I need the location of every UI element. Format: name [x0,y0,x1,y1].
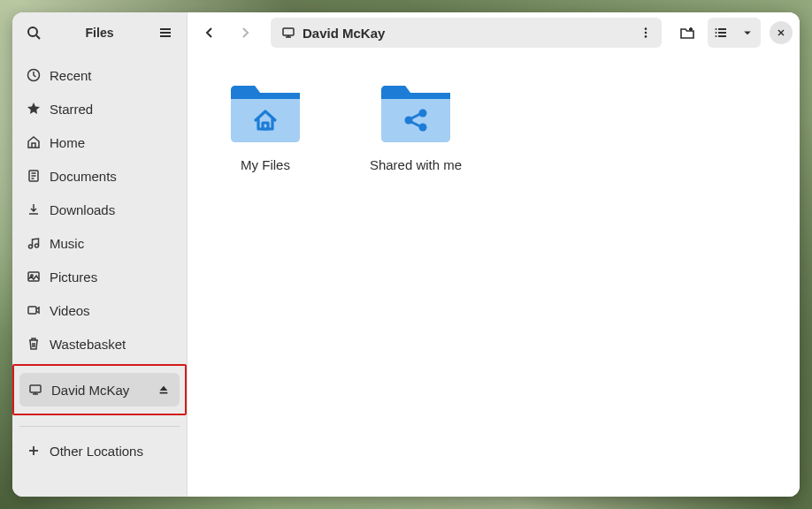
sidebar-label: Other Locations [50,444,172,459]
sidebar-item-music[interactable]: Music [18,226,181,260]
sidebar-item-videos[interactable]: Videos [18,293,181,327]
svg-point-31 [716,35,717,37]
folder-share-icon [378,78,454,148]
list-view-button[interactable] [708,19,734,46]
svg-point-39 [419,124,427,132]
kebab-icon [640,27,652,39]
eject-icon [157,384,170,396]
app-title: Files [48,26,151,40]
sidebar-item-pictures[interactable]: Pictures [18,260,181,293]
files-window: Files Recent Starred [12,12,800,497]
sidebar-label: Videos [50,303,172,318]
svg-point-23 [645,27,647,30]
chevron-left-icon [203,26,217,40]
svg-rect-15 [30,385,41,392]
sidebar-item-documents[interactable]: Documents [18,159,181,193]
sidebar-separator [19,426,180,427]
clock-icon [27,68,41,82]
svg-rect-14 [28,307,36,314]
sidebar-label: Starred [50,102,172,117]
sidebar-label: Downloads [50,202,172,217]
trash-icon [27,337,41,351]
home-icon [27,135,41,149]
download-icon [27,202,41,217]
documents-icon [27,169,41,183]
network-drive-icon [281,26,295,40]
view-switcher [708,18,761,48]
folder-label: My Files [241,157,290,172]
toolbar: David McKay [188,12,800,53]
folder-home-icon [227,78,303,148]
sidebar-label: Wastebasket [50,337,172,352]
svg-line-1 [36,35,40,39]
hamburger-menu-button[interactable] [151,19,180,47]
nav-forward-button[interactable] [230,18,260,48]
svg-rect-20 [283,28,294,35]
main-pane: David McKay [188,12,800,497]
nav-back-button[interactable] [195,18,225,48]
videos-icon [27,303,41,317]
search-button[interactable] [19,19,48,47]
sidebar: Files Recent Starred [12,12,188,497]
sidebar-item-home[interactable]: Home [18,125,181,159]
plus-icon [27,444,41,458]
svg-point-24 [645,32,647,34]
svg-point-30 [716,32,717,34]
close-icon [776,27,786,38]
view-options-button[interactable] [734,19,761,46]
network-drive-icon [28,383,42,397]
sidebar-label: Pictures [50,270,172,285]
chevron-right-icon [238,26,252,40]
new-tab-button[interactable] [672,18,702,48]
svg-point-29 [716,28,717,30]
sidebar-item-recent[interactable]: Recent [18,58,181,92]
search-icon [27,26,41,40]
pictures-icon [27,270,41,284]
highlight-annotation: David McKay [12,364,187,415]
path-menu-button[interactable] [633,20,658,45]
star-icon [27,102,41,116]
sidebar-places: Recent Starred Home Documents [12,53,187,497]
folder-grid: My Files Shared w [188,53,800,497]
sidebar-label: Documents [50,169,172,184]
sidebar-item-other-locations[interactable]: Other Locations [18,434,181,467]
sidebar-label: Home [50,135,172,150]
sidebar-label: David McKay [51,383,148,398]
sidebar-item-downloads[interactable]: Downloads [18,193,181,226]
svg-rect-34 [231,93,300,99]
svg-rect-36 [381,93,450,99]
hamburger-icon [158,26,172,40]
music-icon [27,236,41,250]
folder-label: Shared with me [370,157,462,172]
sidebar-item-starred[interactable]: Starred [18,92,181,125]
eject-button[interactable] [157,383,171,397]
sidebar-label: Recent [50,68,172,83]
folder-plus-icon [679,25,695,41]
svg-point-25 [645,35,647,38]
sidebar-header: Files [12,12,187,53]
chevron-down-icon [742,27,753,38]
folder-shared-with-me[interactable]: Shared with me [359,78,472,172]
path-bar[interactable]: David McKay [271,18,662,48]
sidebar-label: Music [50,236,172,251]
folder-my-files[interactable]: My Files [209,78,322,172]
sidebar-item-trash[interactable]: Wastebasket [18,327,181,361]
sidebar-item-mount-david-mckay[interactable]: David McKay [19,373,180,406]
svg-point-38 [419,110,427,118]
window-close-button[interactable] [770,21,793,44]
list-icon [714,26,728,40]
svg-point-0 [28,27,37,36]
path-location: David McKay [303,26,626,41]
